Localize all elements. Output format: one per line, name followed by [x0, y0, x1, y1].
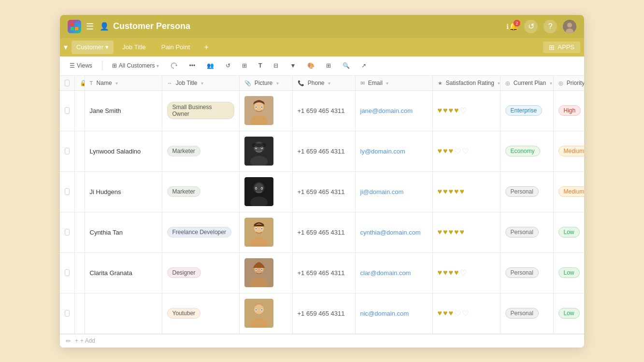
share-button[interactable]: ↗	[358, 61, 370, 70]
name-sort-icon[interactable]: ▾	[115, 81, 118, 86]
page-title: Customer Persona	[113, 21, 502, 31]
color-button[interactable]: 🎨	[303, 61, 318, 70]
email-sort-icon[interactable]: ▾	[386, 81, 388, 86]
table-header-row: 🔒 T Name ▾ ↔ Job Title ▾ 📎 Picture	[60, 76, 584, 91]
row-checkbox-3[interactable]	[65, 229, 70, 236]
picture-sort-icon[interactable]: ▾	[276, 81, 279, 86]
search-button[interactable]: 🔍	[339, 61, 354, 70]
tab-jobtitle[interactable]: Job Title	[115, 41, 152, 54]
th-name[interactable]: T Name ▾	[85, 76, 162, 91]
star-5: ♥	[460, 187, 465, 196]
row-priority-1: Medium	[553, 131, 584, 171]
people-button[interactable]: 👥	[203, 61, 218, 70]
th-picture[interactable]: 📎 Picture ▾	[239, 76, 292, 91]
row-phone-1: +1 659 465 4311	[292, 131, 355, 171]
svg-rect-3	[75, 27, 78, 30]
avatar[interactable]	[563, 20, 576, 33]
star-5: ♡	[460, 268, 467, 278]
tab-add-button[interactable]: +	[200, 42, 212, 53]
row-checkbox-4[interactable]	[65, 269, 70, 276]
help-button[interactable]: ?	[544, 20, 557, 33]
app-logo	[68, 20, 81, 33]
th-checkbox[interactable]	[60, 76, 74, 91]
star-3: ♥	[449, 106, 454, 115]
tab-chevron[interactable]: ▾	[64, 42, 68, 52]
row-name-1: Lynwood Saladino	[85, 131, 162, 171]
jobtitle-pill: Freelance Developer	[167, 227, 231, 237]
apps-label: APPS	[558, 43, 574, 51]
name-value: Jane Smith	[90, 107, 121, 114]
th-phone[interactable]: 📞 Phone ▾	[292, 76, 355, 91]
row-checkbox-cell	[60, 90, 74, 131]
row-jobtitle-3: Freelance Developer	[162, 212, 239, 252]
row-phone-3: +1 659 465 4311	[292, 212, 355, 252]
star-2: ♥	[443, 268, 448, 278]
email-link-5[interactable]: nic@domain.com	[360, 310, 409, 317]
add-button[interactable]: + + Add	[75, 337, 95, 344]
hide-button[interactable]: ⊟	[270, 61, 282, 70]
row-checkbox-0[interactable]	[65, 107, 70, 114]
priority-badge-5: Low	[558, 308, 580, 319]
star-5: ♡	[462, 147, 469, 156]
row-checkbox-2[interactable]	[65, 188, 70, 195]
plan-badge-4: Personal	[505, 267, 539, 278]
views-button[interactable]: ☰ Views	[66, 61, 96, 70]
phone-sort-icon[interactable]: ▾	[328, 81, 330, 86]
row-picture-2	[239, 171, 292, 212]
th-phone-label: Phone	[308, 80, 325, 86]
th-priority[interactable]: ◎ Priority ▾	[553, 76, 584, 91]
email-link-3[interactable]: cynthia@domain.com	[360, 229, 421, 236]
apps-button[interactable]: ⊞ APPS	[543, 42, 580, 53]
filter-button[interactable]: ▼	[286, 61, 300, 70]
apps-grid-icon: ⊞	[549, 43, 555, 51]
star-4: ♡	[454, 147, 461, 156]
tab-customer[interactable]: Customer ▾	[72, 41, 114, 54]
notification-count: 2	[514, 20, 520, 27]
th-satisfaction[interactable]: ★ Satisfaction Rating ▾	[432, 76, 500, 91]
row-checkbox-1[interactable]	[65, 148, 70, 154]
table-row: Lynwood Saladino Marketer +1 659 465 431…	[60, 131, 584, 171]
star-4: ♥	[454, 106, 459, 115]
fields-button[interactable]: ⊞	[238, 61, 251, 70]
tab-painpoint[interactable]: Pain Point	[155, 41, 197, 54]
svg-rect-0	[71, 23, 74, 26]
star-2: ♥	[443, 228, 448, 237]
history-button[interactable]: ↺	[524, 20, 538, 33]
star-2: ♥	[443, 187, 448, 196]
email-col-icon: ✉	[360, 80, 365, 86]
th-email[interactable]: ✉ Email ▾	[355, 76, 432, 91]
th-jobtitle[interactable]: ↔ Job Title ▾	[162, 76, 239, 91]
email-link-1[interactable]: ly@domain.com	[360, 148, 405, 155]
fields-icon: ⊞	[242, 62, 247, 69]
star-3: ♥	[449, 187, 454, 196]
name-value: Cynthia Tan	[90, 229, 123, 236]
select-all-checkbox[interactable]	[65, 80, 70, 86]
plan-sort-icon[interactable]: ▾	[550, 81, 552, 86]
row-checkbox-5[interactable]	[65, 310, 70, 317]
svg-point-5	[567, 23, 572, 28]
star-2: ♥	[443, 147, 448, 156]
sync-button[interactable]	[167, 61, 181, 70]
table-button[interactable]: ⊞	[322, 61, 335, 70]
add-label: + Add	[80, 337, 95, 344]
row-name-5	[85, 293, 162, 334]
notification-button[interactable]: 🔔 2	[509, 22, 518, 31]
undo-button[interactable]: ↺	[222, 61, 234, 70]
svg-point-38	[255, 228, 256, 229]
star-3: ♥	[449, 147, 454, 156]
all-customers-button[interactable]: ⊞ All Customers ▾	[108, 61, 163, 70]
priority-badge-3: Low	[558, 227, 580, 237]
more-button[interactable]: •••	[185, 61, 199, 70]
all-customers-dropdown: ▾	[157, 63, 159, 69]
jobtitle-pill: Designer	[167, 267, 201, 278]
row-lock-5	[74, 293, 85, 334]
text-button[interactable]: T	[255, 61, 266, 70]
email-link-0[interactable]: jane@domain.com	[360, 107, 413, 114]
jobtitle-sort-icon[interactable]: ▾	[201, 81, 203, 86]
menu-icon[interactable]: ☰	[86, 21, 94, 32]
email-link-4[interactable]: clar@domain.com	[360, 269, 411, 277]
th-plan[interactable]: ◎ Current Plan ▾	[500, 76, 553, 91]
row-lock-2	[74, 171, 85, 212]
email-link-2[interactable]: ji@domain.com	[360, 188, 404, 195]
priority-badge-4: Low	[558, 267, 580, 278]
